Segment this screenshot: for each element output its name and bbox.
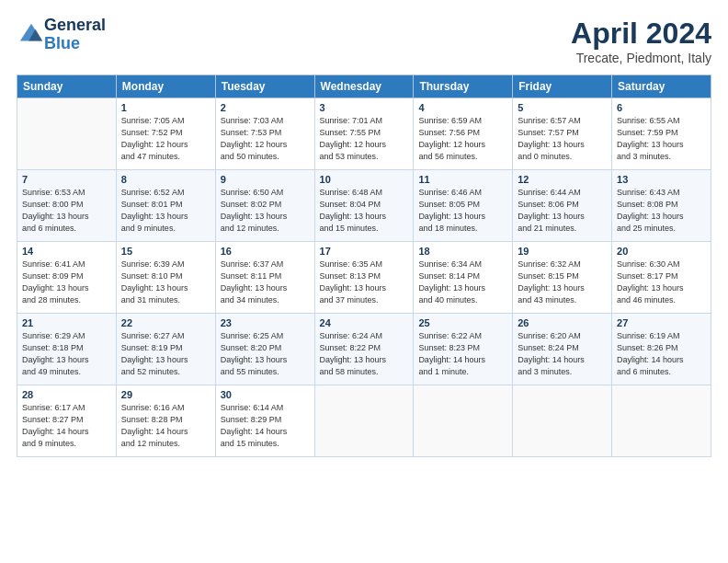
day-number: 14 [22, 246, 111, 257]
col-tuesday: Tuesday [215, 75, 314, 98]
logo-general-text: General [44, 17, 106, 35]
table-row: 22Sunrise: 6:27 AM Sunset: 8:19 PM Dayli… [116, 314, 215, 385]
day-info: Sunrise: 6:48 AM Sunset: 8:04 PM Dayligh… [320, 187, 409, 235]
location-subtitle: Trecate, Piedmont, Italy [571, 51, 711, 65]
table-row: 7Sunrise: 6:53 AM Sunset: 8:00 PM Daylig… [17, 170, 117, 242]
table-row: 29Sunrise: 6:16 AM Sunset: 8:28 PM Dayli… [116, 385, 215, 457]
day-number: 8 [121, 174, 210, 185]
table-row [414, 385, 513, 457]
day-info: Sunrise: 6:22 AM Sunset: 8:23 PM Dayligh… [418, 330, 507, 378]
calendar-header-row: Sunday Monday Tuesday Wednesday Thursday… [17, 75, 711, 98]
table-row: 18Sunrise: 6:34 AM Sunset: 8:14 PM Dayli… [414, 242, 513, 314]
day-info: Sunrise: 6:39 AM Sunset: 8:10 PM Dayligh… [121, 259, 210, 306]
logo-text: General Blue [44, 17, 106, 53]
day-number: 12 [518, 174, 607, 185]
logo: General Blue [17, 17, 106, 53]
col-thursday: Thursday [414, 75, 513, 98]
day-info: Sunrise: 6:20 AM Sunset: 8:24 PM Dayligh… [518, 330, 607, 378]
table-row: 14Sunrise: 6:41 AM Sunset: 8:09 PM Dayli… [17, 242, 117, 314]
logo-icon [18, 22, 44, 48]
table-row: 17Sunrise: 6:35 AM Sunset: 8:13 PM Dayli… [314, 242, 414, 314]
day-number: 25 [418, 317, 507, 328]
table-row: 21Sunrise: 6:29 AM Sunset: 8:18 PM Dayli… [17, 314, 117, 385]
day-info: Sunrise: 6:30 AM Sunset: 8:17 PM Dayligh… [617, 259, 706, 306]
day-info: Sunrise: 6:19 AM Sunset: 8:26 PM Dayligh… [617, 330, 706, 378]
day-info: Sunrise: 6:43 AM Sunset: 8:08 PM Dayligh… [617, 187, 706, 235]
day-number: 30 [221, 389, 310, 400]
table-row: 9Sunrise: 6:50 AM Sunset: 8:02 PM Daylig… [215, 170, 314, 242]
day-info: Sunrise: 6:55 AM Sunset: 7:59 PM Dayligh… [617, 115, 706, 163]
day-number: 1 [121, 102, 210, 113]
table-row: 24Sunrise: 6:24 AM Sunset: 8:22 PM Dayli… [314, 314, 414, 385]
table-row: 13Sunrise: 6:43 AM Sunset: 8:08 PM Dayli… [612, 170, 711, 242]
day-info: Sunrise: 6:52 AM Sunset: 8:01 PM Dayligh… [121, 187, 210, 235]
day-info: Sunrise: 7:01 AM Sunset: 7:55 PM Dayligh… [320, 115, 409, 163]
day-number: 10 [320, 174, 409, 185]
day-number: 28 [22, 389, 111, 400]
table-row [612, 385, 711, 457]
table-row: 30Sunrise: 6:14 AM Sunset: 8:29 PM Dayli… [215, 385, 314, 457]
day-info: Sunrise: 6:16 AM Sunset: 8:28 PM Dayligh… [121, 402, 210, 450]
logo-blue-text: Blue [44, 35, 106, 53]
month-title: April 2024 [571, 17, 711, 51]
day-number: 13 [617, 174, 706, 185]
table-row: 3Sunrise: 7:01 AM Sunset: 7:55 PM Daylig… [314, 98, 414, 170]
table-row: 6Sunrise: 6:55 AM Sunset: 7:59 PM Daylig… [612, 98, 711, 170]
day-number: 22 [121, 317, 210, 328]
day-info: Sunrise: 6:14 AM Sunset: 8:29 PM Dayligh… [221, 402, 310, 450]
day-info: Sunrise: 6:37 AM Sunset: 8:11 PM Dayligh… [221, 259, 310, 306]
day-info: Sunrise: 6:46 AM Sunset: 8:05 PM Dayligh… [418, 187, 507, 235]
day-number: 15 [121, 246, 210, 257]
table-row [513, 385, 612, 457]
day-number: 2 [221, 102, 310, 113]
day-info: Sunrise: 6:25 AM Sunset: 8:20 PM Dayligh… [221, 330, 310, 378]
table-row: 25Sunrise: 6:22 AM Sunset: 8:23 PM Dayli… [414, 314, 513, 385]
calendar-week-2: 7Sunrise: 6:53 AM Sunset: 8:00 PM Daylig… [17, 170, 711, 242]
day-number: 23 [221, 317, 310, 328]
day-number: 20 [617, 246, 706, 257]
day-info: Sunrise: 6:27 AM Sunset: 8:19 PM Dayligh… [121, 330, 210, 378]
day-info: Sunrise: 6:35 AM Sunset: 8:13 PM Dayligh… [320, 259, 409, 306]
day-number: 26 [518, 317, 607, 328]
table-row: 1Sunrise: 7:05 AM Sunset: 7:52 PM Daylig… [116, 98, 215, 170]
table-row: 11Sunrise: 6:46 AM Sunset: 8:05 PM Dayli… [414, 170, 513, 242]
day-number: 17 [320, 246, 409, 257]
day-info: Sunrise: 7:05 AM Sunset: 7:52 PM Dayligh… [121, 115, 210, 163]
day-number: 16 [221, 246, 310, 257]
day-info: Sunrise: 6:17 AM Sunset: 8:27 PM Dayligh… [22, 402, 111, 450]
table-row: 8Sunrise: 6:52 AM Sunset: 8:01 PM Daylig… [116, 170, 215, 242]
day-info: Sunrise: 6:57 AM Sunset: 7:57 PM Dayligh… [518, 115, 607, 163]
calendar-week-1: 1Sunrise: 7:05 AM Sunset: 7:52 PM Daylig… [17, 98, 711, 170]
day-number: 19 [518, 246, 607, 257]
day-info: Sunrise: 6:32 AM Sunset: 8:15 PM Dayligh… [518, 259, 607, 306]
title-block: April 2024 Trecate, Piedmont, Italy [571, 17, 711, 65]
col-monday: Monday [116, 75, 215, 98]
table-row: 10Sunrise: 6:48 AM Sunset: 8:04 PM Dayli… [314, 170, 414, 242]
col-sunday: Sunday [17, 75, 117, 98]
day-number: 18 [418, 246, 507, 257]
calendar-week-5: 28Sunrise: 6:17 AM Sunset: 8:27 PM Dayli… [17, 385, 711, 457]
table-row: 26Sunrise: 6:20 AM Sunset: 8:24 PM Dayli… [513, 314, 612, 385]
day-info: Sunrise: 6:29 AM Sunset: 8:18 PM Dayligh… [22, 330, 111, 378]
table-row: 4Sunrise: 6:59 AM Sunset: 7:56 PM Daylig… [414, 98, 513, 170]
col-saturday: Saturday [612, 75, 711, 98]
table-row: 19Sunrise: 6:32 AM Sunset: 8:15 PM Dayli… [513, 242, 612, 314]
day-info: Sunrise: 6:41 AM Sunset: 8:09 PM Dayligh… [22, 259, 111, 306]
day-info: Sunrise: 6:34 AM Sunset: 8:14 PM Dayligh… [418, 259, 507, 306]
table-row: 28Sunrise: 6:17 AM Sunset: 8:27 PM Dayli… [17, 385, 117, 457]
day-number: 11 [418, 174, 507, 185]
day-number: 21 [22, 317, 111, 328]
day-number: 6 [617, 102, 706, 113]
table-row: 20Sunrise: 6:30 AM Sunset: 8:17 PM Dayli… [612, 242, 711, 314]
col-friday: Friday [513, 75, 612, 98]
calendar-week-3: 14Sunrise: 6:41 AM Sunset: 8:09 PM Dayli… [17, 242, 711, 314]
day-number: 24 [320, 317, 409, 328]
table-row: 5Sunrise: 6:57 AM Sunset: 7:57 PM Daylig… [513, 98, 612, 170]
header: General Blue April 2024 Trecate, Piedmon… [17, 17, 711, 65]
table-row: 2Sunrise: 7:03 AM Sunset: 7:53 PM Daylig… [215, 98, 314, 170]
table-row [314, 385, 414, 457]
page-container: General Blue April 2024 Trecate, Piedmon… [0, 0, 728, 563]
day-info: Sunrise: 6:59 AM Sunset: 7:56 PM Dayligh… [418, 115, 507, 163]
calendar-week-4: 21Sunrise: 6:29 AM Sunset: 8:18 PM Dayli… [17, 314, 711, 385]
day-info: Sunrise: 6:50 AM Sunset: 8:02 PM Dayligh… [221, 187, 310, 235]
